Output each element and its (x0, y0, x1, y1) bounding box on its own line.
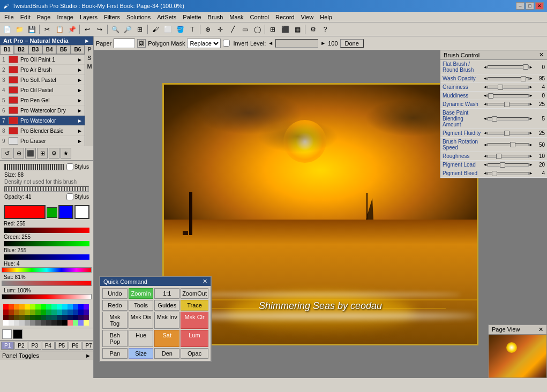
palette-cell[interactable] (30, 320, 35, 326)
panel-toggles[interactable]: Panel Toggles ► (0, 351, 93, 360)
brush-item-3[interactable]: 3 Pro Soft Pastel ► (0, 75, 85, 85)
qc-1to1[interactable]: 1:1 (154, 288, 179, 299)
brush-tool-icon-5[interactable]: ⚙ (49, 148, 59, 159)
menu-mask[interactable]: Mask (226, 13, 246, 21)
blue-slider[interactable] (4, 254, 89, 260)
qc-hue[interactable]: Hue (129, 330, 154, 347)
redo-button[interactable]: ↪ (94, 24, 106, 35)
brush-tab-b2[interactable]: B2 (14, 45, 28, 54)
lum-slider[interactable] (2, 294, 92, 299)
level-slider[interactable] (275, 39, 318, 48)
select-tool[interactable]: ⊕ (202, 24, 214, 35)
palette-cell[interactable] (14, 304, 19, 310)
grid-tool[interactable]: ⊞ (267, 24, 279, 35)
rect-tool[interactable]: ▭ (239, 24, 251, 35)
menu-brush[interactable]: Brush (205, 13, 227, 21)
bc-slider-6[interactable] (488, 117, 529, 120)
brush-item-2[interactable]: 2 Pro Air Brush ► (0, 65, 85, 75)
palette-cell[interactable] (46, 304, 51, 310)
palette-cell[interactable] (35, 310, 41, 315)
hue-slider[interactable] (2, 267, 92, 273)
palette-cell[interactable] (19, 304, 25, 310)
palette-cell[interactable] (73, 320, 78, 326)
palette-cell[interactable] (73, 304, 78, 310)
qc-msk-dis[interactable]: Msk Dis (129, 312, 154, 329)
palette-cell[interactable] (35, 315, 41, 320)
qc-den[interactable]: Den (154, 348, 179, 359)
brush-item-7[interactable]: 7 Pro Watercolor ► (0, 116, 85, 126)
palette-cell[interactable] (51, 310, 57, 315)
p1-button[interactable]: P1 (1, 342, 14, 350)
palette-cell[interactable] (68, 304, 73, 310)
palette-cell[interactable] (9, 304, 14, 310)
qc-undo[interactable]: Undo (102, 288, 128, 299)
canvas-container[interactable]: Shimmering Seas by ceodau Brush Control … (94, 50, 547, 378)
menu-file[interactable]: File (1, 13, 17, 21)
paper-icon[interactable]: 🖼 (137, 39, 146, 48)
palette-cell[interactable] (14, 320, 19, 326)
brush-tab-b5[interactable]: B5 (56, 45, 70, 54)
bc-slider-11[interactable] (488, 172, 529, 175)
palette-cell[interactable] (57, 304, 62, 310)
p5-button[interactable]: P5 (55, 342, 68, 350)
background-color[interactable] (58, 205, 73, 219)
qc-zoomout[interactable]: ZoomOut (181, 288, 208, 299)
brush-item-1[interactable]: 1 Pro Oil Paint 1 ► (0, 55, 85, 65)
palette-cell[interactable] (9, 315, 14, 320)
palette-cell[interactable] (84, 315, 89, 320)
qc-tools[interactable]: Tools (129, 300, 154, 311)
bc-slider-2[interactable] (488, 77, 529, 80)
qc-trace[interactable]: Trace (181, 300, 208, 311)
palette-cell[interactable] (19, 315, 25, 320)
palette-cell[interactable] (78, 320, 84, 326)
palette-cell[interactable] (84, 310, 89, 315)
palette-cell[interactable] (73, 310, 78, 315)
menu-solutions[interactable]: Solutions (123, 13, 154, 21)
brush-control-close[interactable]: ✕ (539, 51, 544, 58)
brush-tool-icon-3[interactable]: ⬛ (25, 148, 36, 159)
qc-sat[interactable]: Sat (154, 330, 179, 347)
zoom-out-button[interactable]: 🔎 (122, 24, 133, 35)
brush-tool-icon-2[interactable]: ⊕ (13, 148, 24, 159)
qc-pan[interactable]: Pan (102, 348, 128, 359)
palette-cell[interactable] (35, 304, 41, 310)
page-thumbnail[interactable] (489, 335, 546, 378)
qc-size[interactable]: Size (129, 348, 154, 359)
menu-edit[interactable]: Edit (17, 13, 34, 21)
mask-dropdown[interactable]: Replace Add Subtract (187, 39, 221, 48)
palette-cell[interactable] (78, 315, 84, 320)
palette-cell[interactable] (25, 320, 30, 326)
fill-tool[interactable]: 🪣 (174, 24, 186, 35)
letter-s[interactable]: S (85, 54, 94, 62)
palette-cell[interactable] (19, 320, 25, 326)
palette-cell[interactable] (62, 320, 68, 326)
menu-image[interactable]: Image (54, 13, 77, 21)
palette-cell[interactable] (25, 315, 30, 320)
bc-slider-1[interactable] (488, 65, 529, 69)
menu-control[interactable]: Control (247, 13, 272, 21)
palette-cell[interactable] (41, 304, 46, 310)
settings-button[interactable]: ⚙ (307, 24, 319, 35)
palette-cell[interactable] (68, 310, 73, 315)
close-button[interactable]: ✕ (535, 2, 544, 10)
bc-slider-7[interactable] (488, 132, 529, 135)
palette-cell[interactable] (73, 315, 78, 320)
invert-checkbox[interactable] (223, 40, 230, 47)
palette-cell[interactable] (30, 315, 35, 320)
menu-filters[interactable]: Filters (101, 13, 123, 21)
palette-cell[interactable] (46, 320, 51, 326)
cut-button[interactable]: ✂ (41, 24, 53, 35)
open-button[interactable]: 📁 (13, 24, 25, 35)
qc-lum[interactable]: Lum (181, 330, 208, 347)
letter-m[interactable]: M (85, 62, 94, 71)
pattern-tool[interactable]: ⬛ (279, 24, 291, 35)
bc-slider-4[interactable] (488, 94, 529, 97)
bc-slider-5[interactable] (488, 103, 529, 106)
zoom-fit-button[interactable]: ⊞ (134, 24, 146, 35)
menu-page[interactable]: Page (34, 13, 54, 21)
palette-cell[interactable] (78, 304, 84, 310)
bc-slider-3[interactable] (488, 86, 529, 89)
menu-help[interactable]: Help (317, 13, 335, 21)
qc-zoomin[interactable]: ZoomIn (129, 288, 154, 299)
save-button[interactable]: 💾 (26, 24, 38, 35)
